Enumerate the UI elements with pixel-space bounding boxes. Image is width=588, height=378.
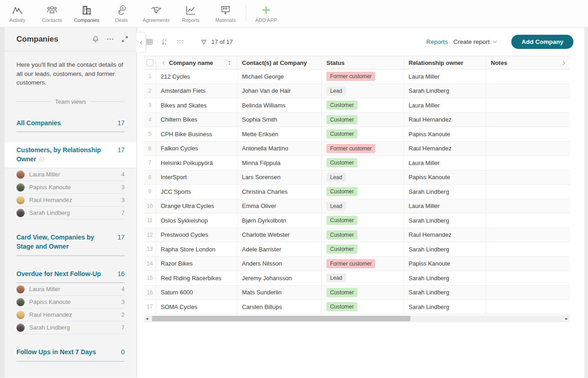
sidebar-member-papiss-kanoute[interactable]: Papiss Kanoute3 bbox=[16, 296, 125, 309]
company-name-cell: Helsinki Polkupyörä bbox=[156, 156, 237, 170]
scroll-right-arrow[interactable]: ► bbox=[563, 315, 570, 322]
sidebar-view-follow-ups-in-next-7-days[interactable]: Follow Ups in Next 7 Days0 bbox=[16, 344, 125, 362]
sidebar-view-card-view-companies-by-stage-and-owner[interactable]: Card View, Companies by Stage and Owner1… bbox=[16, 229, 125, 256]
sidebar-member-laura-miller[interactable]: Laura Miller4 bbox=[16, 168, 125, 181]
table-row[interactable]: 17SOMA CyclesCarsten BillupsCustomerSara… bbox=[144, 300, 570, 314]
nav-item-deals[interactable]: $$Deals bbox=[104, 0, 139, 27]
contact-cell: Mette Eriksen bbox=[237, 127, 322, 141]
table-row[interactable]: 2Amsterdam FietsJohan Van de HairLeadSar… bbox=[144, 84, 570, 99]
table-row[interactable]: 5CPH Bike BusinessMette EriksenCustomerP… bbox=[144, 127, 570, 142]
create-report-button[interactable]: Create report bbox=[453, 38, 499, 45]
table-row[interactable]: 11Oslos SykkelshopBjørn DyrkolbotnCustom… bbox=[144, 213, 570, 228]
sidebar-view-customers-by-relationship-owner[interactable]: Customers, by Relationship Owner17 bbox=[5, 142, 136, 168]
select-all-checkbox[interactable] bbox=[147, 59, 153, 66]
reports-link[interactable]: Reports bbox=[426, 38, 448, 45]
table-body: 1212 CyclesMichael GeorgeFormer customer… bbox=[144, 69, 570, 314]
header-owner[interactable]: Relationship owner bbox=[404, 56, 486, 69]
avatar bbox=[16, 298, 25, 306]
page: ActivityContactsCompanies$$DealsAgreemen… bbox=[0, 0, 588, 378]
table-row[interactable]: 4Chiltern BikesSophia SmithCustomerRaul … bbox=[144, 113, 570, 128]
scrollbar-thumb[interactable] bbox=[152, 316, 410, 321]
status-badge: Lead bbox=[326, 202, 346, 211]
nav-item-materials[interactable]: Materials bbox=[208, 0, 243, 27]
sidebar-member-papiss-kanoute[interactable]: Papiss Kanoute3 bbox=[16, 181, 125, 194]
sidebar-view-all-companies[interactable]: All Companies17 bbox=[16, 115, 125, 133]
nav-item-label: Companies bbox=[74, 17, 100, 23]
header-company-name[interactable]: Company name bbox=[156, 56, 237, 69]
chevron-left-icon[interactable] bbox=[161, 60, 167, 66]
scroll-left-arrow[interactable]: ◄ bbox=[144, 315, 150, 322]
filter-icon[interactable] bbox=[200, 37, 208, 46]
status-cell: Lead bbox=[322, 170, 404, 185]
header-notes[interactable]: Notes bbox=[486, 56, 570, 69]
member-name: Sarah Lindberg bbox=[29, 209, 121, 216]
sidebar-view-overdue-for-next-follow-up[interactable]: Overdue for Next Follow-Up16 bbox=[16, 266, 125, 283]
owner-cell: Laura Miller bbox=[404, 156, 486, 170]
table-row[interactable]: 15Red Riding RacerbikesJeremy JohanssonL… bbox=[144, 271, 570, 286]
table-row[interactable]: 7Helsinki PolkupyöräMinna FilppulaCustom… bbox=[144, 156, 570, 170]
sidebar-member-raul-hernandez[interactable]: Raul Hernandez2 bbox=[16, 309, 125, 321]
notes-cell bbox=[486, 300, 570, 314]
left-gutter bbox=[0, 27, 5, 378]
sidebar-member-laura-miller[interactable]: Laura Miller4 bbox=[16, 283, 125, 296]
notes-cell bbox=[486, 286, 570, 300]
sidebar-member-sarah-lindberg[interactable]: Sarah Lindberg7 bbox=[16, 207, 125, 219]
main-nav: ActivityContactsCompanies$$DealsAgreemen… bbox=[0, 0, 243, 27]
nav-item-agreements[interactable]: Agreements bbox=[139, 0, 173, 27]
nav-item-reports[interactable]: Reports bbox=[173, 0, 208, 27]
chevron-down-icon bbox=[491, 38, 499, 45]
row-number: 4 bbox=[144, 113, 156, 127]
table-row[interactable]: 16Saturn 6000Mats SunderlinCustomerSarah… bbox=[144, 286, 570, 300]
notification-bell-icon[interactable] bbox=[91, 35, 100, 43]
view-label: Follow Ups in Next 7 Days bbox=[16, 348, 96, 357]
contact-cell: Charlotte Webster bbox=[237, 228, 322, 242]
member-name: Papiss Kanoute bbox=[29, 184, 121, 191]
contacts-icon bbox=[46, 4, 58, 16]
nav-item-label: Reports bbox=[182, 17, 200, 23]
table-row[interactable]: 13Rapha Store LondonAdele BarristerCusto… bbox=[144, 242, 570, 257]
sidebar-collapse-button[interactable] bbox=[136, 32, 146, 53]
header-contact[interactable]: Contact(s) at Company bbox=[237, 56, 322, 69]
table-row[interactable]: 3Bikes and SkatesBelinda WilliamsCustome… bbox=[144, 98, 570, 113]
contact-cell: Carsten Billups bbox=[237, 300, 322, 314]
view-count: 17 bbox=[117, 233, 125, 241]
sort-arrows-icon[interactable] bbox=[226, 60, 232, 66]
company-name-cell: Prestwood Cycles bbox=[156, 228, 237, 242]
table-row[interactable]: 8InterSportLars SorensenLeadPapiss Kanou… bbox=[144, 170, 570, 185]
status-badge: Lead bbox=[326, 273, 346, 282]
table-row[interactable]: 1212 CyclesMichael GeorgeFormer customer… bbox=[144, 69, 570, 84]
companies-table: Company name Contact(s) at Company Statu… bbox=[144, 56, 570, 322]
more-options-icon[interactable] bbox=[106, 35, 115, 43]
chevron-right-icon[interactable] bbox=[561, 60, 567, 66]
contact-cell: Adele Barrister bbox=[237, 242, 322, 256]
horizontal-scrollbar[interactable]: ◄ ► bbox=[144, 315, 570, 322]
nav-item-contacts[interactable]: Contacts bbox=[35, 0, 69, 27]
nav-item-companies[interactable]: Companies bbox=[69, 0, 104, 27]
table-row[interactable]: 12Prestwood CyclesCharlotte WebsterCusto… bbox=[144, 228, 570, 243]
row-number: 1 bbox=[144, 69, 156, 84]
member-count: 2 bbox=[121, 311, 125, 318]
table-row[interactable]: 6Falkon CyclesAntonella MartinoFormer cu… bbox=[144, 142, 570, 156]
column-settings-icon[interactable] bbox=[176, 37, 184, 46]
sidebar-description: Here you'll find all the contact details… bbox=[16, 60, 125, 87]
member-count: 3 bbox=[121, 197, 125, 203]
header-status[interactable]: Status bbox=[322, 56, 404, 69]
avatar bbox=[16, 209, 25, 217]
member-name: Laura Miller bbox=[29, 171, 121, 178]
nav-item-add-app[interactable]: ADD APP bbox=[249, 0, 284, 27]
sidebar-member-sarah-lindberg[interactable]: Sarah Lindberg7 bbox=[16, 321, 125, 334]
notes-cell bbox=[486, 199, 570, 213]
member-name: Raul Hernandez bbox=[29, 197, 121, 203]
member-name: Sarah Lindberg bbox=[29, 324, 121, 331]
sidebar-member-raul-hernandez[interactable]: Raul Hernandez3 bbox=[16, 194, 125, 207]
collapse-toggle-icon[interactable] bbox=[39, 156, 45, 162]
table-row[interactable]: 9JCC SportsChristina CharlesCustomerSara… bbox=[144, 185, 570, 199]
table-row[interactable]: 10Orange Ultra CyclesEmma OliverLeadLaur… bbox=[144, 199, 570, 214]
nav-item-activity[interactable]: Activity bbox=[0, 0, 35, 27]
reports-icon bbox=[185, 4, 197, 16]
add-company-button[interactable]: Add Company bbox=[511, 35, 573, 49]
table-row[interactable]: 14Razor BikesAnders NilssonFormer custom… bbox=[144, 257, 570, 272]
expand-icon[interactable] bbox=[121, 35, 129, 43]
sort-icon[interactable]: az bbox=[160, 37, 169, 46]
member-count: 3 bbox=[121, 298, 125, 305]
